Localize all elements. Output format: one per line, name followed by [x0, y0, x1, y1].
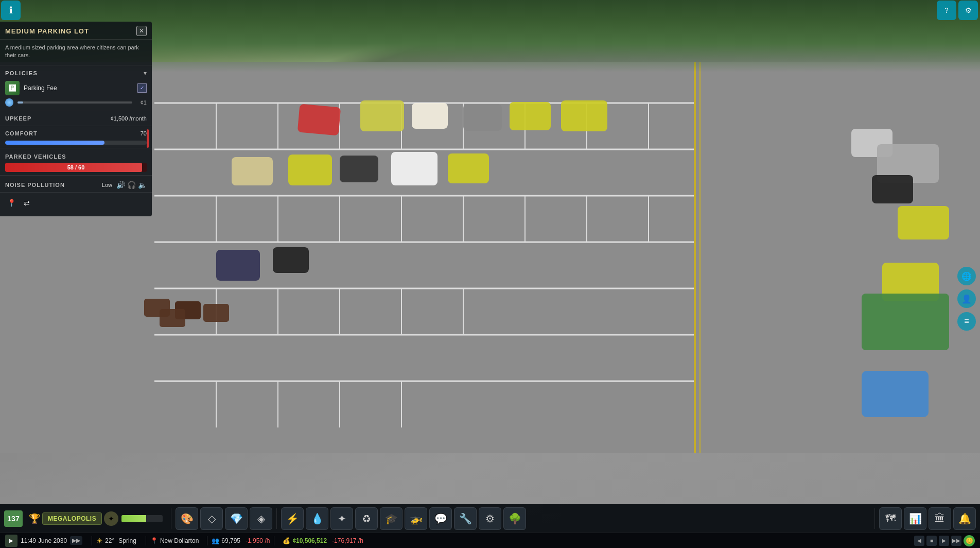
roads-button[interactable]: ◇	[200, 507, 223, 530]
industry-button[interactable]: ⚙	[479, 507, 501, 530]
parking-fee-row: 🅿 Parking Fee ✓	[0, 79, 152, 97]
status-divider-3	[207, 536, 207, 545]
tools-button[interactable]: 🔧	[454, 507, 477, 530]
weather-section: ☀ 22° Spring	[96, 537, 136, 545]
season-value: Spring	[118, 537, 136, 544]
policy-button[interactable]: 🏛	[929, 507, 951, 530]
fee-slider-value: ¢1	[136, 99, 147, 106]
divider-6	[0, 192, 152, 193]
noise-row: NOISE POLLUTION Low 🔊 🎧 🔈	[0, 177, 152, 191]
education-button[interactable]: 🎓	[380, 507, 402, 530]
time-display: 11:49 June 2030	[21, 537, 67, 544]
upkeep-row: UPKEEP ¢1,500 /month	[0, 112, 152, 125]
electricity-button[interactable]: ⚡	[281, 507, 304, 530]
right-side-icons: 🌐 👤 ≡	[957, 267, 976, 331]
noise-label: NOISE POLLUTION	[5, 182, 65, 188]
money-icon: 💰	[283, 537, 290, 544]
panel-bottom-icons: 📍 ⇄	[0, 194, 152, 212]
happiness-indicator: 😊	[964, 535, 975, 546]
divider-2	[0, 111, 152, 111]
comfort-value: 70	[141, 130, 147, 136]
panel-description: A medium sized parking area where citize…	[0, 40, 152, 64]
top-bar: ℹ ? ⚙	[0, 0, 980, 21]
citizen-icon[interactable]: 👤	[957, 289, 976, 308]
population-section: 👥 69,795 -1,950 /h	[212, 537, 270, 544]
location-icon: 📍	[150, 537, 158, 544]
play-button[interactable]: ▶	[5, 535, 18, 547]
xp-icon: ✦	[104, 511, 118, 526]
xp-bar-fill	[121, 515, 146, 522]
comfort-label: COMFORT	[5, 130, 38, 136]
parking-fee-checkbox[interactable]: ✓	[137, 83, 147, 93]
divider-5	[0, 175, 152, 176]
water-button[interactable]: 💧	[306, 507, 328, 530]
fee-slider-fill	[18, 101, 23, 104]
garbage-button[interactable]: ♻	[355, 507, 378, 530]
upkeep-label: UPKEEP	[5, 115, 31, 122]
population-icon: 👥	[212, 537, 219, 544]
panel-title: MEDIUM PARKING LOT	[5, 27, 89, 35]
parked-vehicles-label: PARKED VEHICLES	[5, 153, 66, 160]
fast-btn[interactable]: ▶▶	[951, 536, 961, 546]
xp-section: ✦	[104, 511, 163, 526]
status-divider-2	[146, 536, 146, 545]
info-panel: MEDIUM PARKING LOT ✕ A medium sized park…	[0, 22, 152, 216]
noise-headphone-icon: 🎧	[127, 181, 136, 189]
temperature-value: 22°	[105, 537, 114, 544]
parks-button[interactable]: 🌳	[503, 507, 526, 530]
bottom-toolbar: 137 🏆 MEGALOPOLIS ✦ 🎨 ◇ 💎 ◈ ⚡ 💧 ✦ ♻ 🎓 🚁 …	[0, 504, 980, 548]
parking-fee-icon: 🅿	[5, 81, 20, 95]
location-name: New Dollarton	[160, 537, 199, 544]
close-button[interactable]: ✕	[136, 26, 147, 36]
city-name-button[interactable]: MEGALOPOLIS	[42, 512, 102, 525]
info-icon[interactable]: ℹ	[1, 1, 21, 20]
policies-section-header[interactable]: POLICIES ▾	[0, 66, 152, 79]
top-right-icons: ? ⚙	[937, 1, 978, 20]
toolbar-divider-1	[171, 508, 171, 529]
weather-icon: ☀	[96, 537, 103, 545]
divider-1	[0, 65, 152, 65]
status-divider-4	[274, 536, 274, 545]
communication-button[interactable]: 💬	[429, 507, 452, 530]
temp-text: 22°	[105, 537, 114, 544]
noise-level: Low	[102, 182, 112, 188]
fee-slider-track[interactable]	[18, 101, 132, 104]
location-section: 📍 New Dollarton	[150, 537, 199, 544]
money-section: 💰 ¢10,506,512 -176,917 /h	[283, 537, 363, 544]
services-button[interactable]: ◈	[250, 507, 272, 530]
money-change: -176,917 /h	[332, 537, 363, 544]
signature-button[interactable]: 💎	[225, 507, 248, 530]
next-btn[interactable]: ▶	[939, 536, 949, 546]
divider-3	[0, 126, 152, 126]
trophy-icon: 🏆	[29, 513, 40, 524]
comfort-bar-bg	[5, 141, 147, 145]
prev-btn[interactable]: ◀	[914, 536, 924, 546]
stop-btn[interactable]: ■	[926, 536, 937, 546]
health-button[interactable]: ✦	[330, 507, 353, 530]
panel-header: MEDIUM PARKING LOT ✕	[0, 22, 152, 40]
extra-button[interactable]: 🔔	[953, 507, 976, 530]
policies-chevron[interactable]: ▾	[144, 70, 147, 77]
minimap-icon[interactable]: 🌐	[957, 267, 976, 285]
upkeep-value: ¢1,500 /month	[111, 115, 147, 122]
emergency-button[interactable]: 🚁	[405, 507, 427, 530]
city-score-section: 137	[4, 510, 23, 527]
map-button[interactable]: 🗺	[879, 507, 902, 530]
stats-button[interactable]: 📊	[904, 507, 926, 530]
time-value: 11:49	[21, 537, 36, 544]
settings-icon[interactable]: ⚙	[958, 1, 978, 20]
comfort-row: COMFORT 70	[0, 127, 152, 140]
speed-button[interactable]: ▶▶	[70, 536, 82, 545]
divider-4	[0, 148, 152, 148]
toolbar-divider-3	[874, 508, 875, 529]
location-pin-icon[interactable]: 📍	[5, 197, 18, 209]
zones-button[interactable]: 🎨	[176, 507, 198, 530]
noise-speaker-icon: 🔈	[138, 181, 147, 189]
slider-handle[interactable]	[5, 98, 13, 107]
route-icon[interactable]: ⇄	[21, 197, 33, 209]
help-icon[interactable]: ?	[937, 1, 956, 20]
status-right: ◀ ■ ▶ ▶▶ 😊	[914, 535, 975, 546]
noise-wave-icon: 🔊	[116, 181, 125, 189]
menu-icon[interactable]: ≡	[957, 312, 976, 331]
status-divider-1	[92, 536, 92, 545]
